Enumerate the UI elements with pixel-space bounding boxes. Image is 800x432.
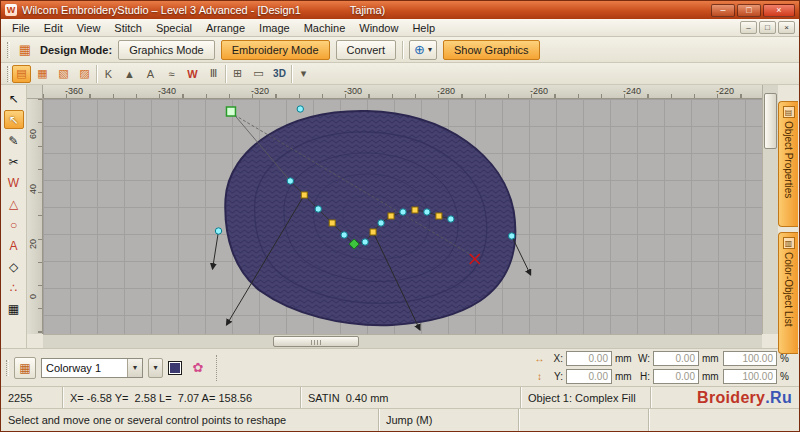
height-field[interactable]: 0.00 [653,369,699,384]
minimize-button[interactable]: – [711,4,735,17]
current-thread-swatch[interactable] [168,361,182,375]
workspace: ↖ ↖ ✎ ✂ W △ ○ A ◇ ∴ ▦ -360 -340 -320 -30… [1,85,799,349]
y-position-field[interactable]: 0.00 [566,369,612,384]
window-title-machine: Tajima) [350,4,385,16]
window-controls: – □ × [711,4,795,17]
w-unit-label: mm [702,353,720,364]
tab-color-object-list[interactable]: ▥ Color-Object List [778,232,798,354]
scale-y-percent-label: % [780,371,790,382]
toolbar-grip[interactable] [7,66,10,82]
ruler-ticks [43,94,762,98]
applique-icon[interactable]: A [141,65,160,83]
scale-x-percent-label: % [780,353,790,364]
menu-special[interactable]: Special [149,21,199,35]
embroidery-mode-button[interactable]: Embroidery Mode [221,40,330,60]
outline-design-tool[interactable]: ◇ [4,257,24,276]
toolbar-grip[interactable] [7,42,10,58]
shape-ellipse-tool[interactable]: ○ [4,215,24,234]
close-button[interactable]: × [763,4,795,17]
toolbar-separator [216,355,217,381]
toolbox: ↖ ↖ ✎ ✂ W △ ○ A ◇ ∴ ▦ [1,85,27,348]
stitch-edit-tool[interactable]: ✎ [4,131,24,150]
travel-mode-indicator: Jump (M) [379,409,519,431]
shape-triangle-tool[interactable]: △ [4,194,24,213]
reshape-node [297,106,303,112]
design-canvas[interactable] [43,99,762,334]
x-position-field[interactable]: 0.00 [566,351,612,366]
horizontal-scrollbar[interactable] [43,334,762,348]
design-canvas-svg[interactable] [43,99,762,334]
menu-machine[interactable]: Machine [297,21,353,35]
graphics-mode-button[interactable]: Graphics Mode [118,40,215,60]
next-colorway-button[interactable]: ▾ [148,358,163,378]
menu-view[interactable]: View [70,21,108,35]
menu-help[interactable]: Help [405,21,442,35]
tab-object-properties[interactable]: ▤ Object Properties [778,101,798,227]
wave-fill-icon[interactable]: ≈ [162,65,181,83]
menu-image[interactable]: Image [252,21,297,35]
mdi-restore-button[interactable]: □ [759,21,776,34]
scale-x-field[interactable]: 100.00 [723,351,777,366]
vertical-scrollbar[interactable] [762,85,778,334]
status-empty-segment [649,409,799,431]
reshape-node [370,229,376,235]
w-stitch-icon[interactable]: W [183,65,202,83]
fancy-fill-icon[interactable]: K [99,65,118,83]
colorway-select[interactable]: Colorway 1 ▾ [41,358,143,378]
column-stitch-icon[interactable]: Ⅲ [204,65,223,83]
penetration-points-tool[interactable]: ∴ [4,278,24,297]
menu-window[interactable]: Window [352,21,405,35]
position-x-icon: ↔ [533,352,546,365]
ruler-ticks [38,99,42,334]
mdi-close-button[interactable]: × [778,21,795,34]
reshape-node [287,178,293,184]
contour-fill-icon[interactable]: ▲ [120,65,139,83]
toolbar-grip[interactable] [6,360,9,376]
brand-watermark-right: .Ru [765,389,792,407]
grid-settings-tool[interactable]: ▦ [4,299,24,318]
toolbar-separator [225,65,226,83]
menu-file[interactable]: File [5,21,37,35]
transform-row-y: ↕ Y: 0.00 mm H: 0.00 mm 100.00 % [533,369,790,385]
transform-panel: ↔ X: 0.00 mm W: 0.00 mm 100.00 % ↕ Y: 0.… [533,351,790,385]
menu-stitch[interactable]: Stitch [107,21,149,35]
thread-colors-icon[interactable]: ✿ [187,357,209,379]
convert-button[interactable]: Convert [336,40,397,60]
stitch-toolbar: ▤ ▦ ▧ ▨ K ▲ A ≈ W Ⅲ ⊞ ▭ 3D ▾ [1,63,799,85]
colorway-editor-button[interactable]: ▦ [14,357,36,379]
fill-pattern-icon[interactable]: ▤ [12,65,31,83]
maximize-button[interactable]: □ [737,4,761,17]
measure-tool-icon[interactable]: ▭ [249,65,268,83]
select-tool[interactable]: ↖ [4,89,24,108]
show-graphics-toggle[interactable]: Show Graphics [443,40,540,60]
docked-panel-tabs: ▤ Object Properties ▥ Color-Object List [778,101,799,354]
grid-toggle-icon[interactable]: ⊞ [228,65,247,83]
hoop-globe-button[interactable]: ⊕ ▾ [409,40,437,60]
y-label: Y: [549,371,563,382]
chevron-down-icon[interactable]: ▾ [127,359,142,377]
vertical-scrollbar-thumb[interactable] [764,93,777,149]
ruler-label: 20 [28,239,38,249]
motif-fill-icon[interactable]: ▨ [75,65,94,83]
monogram-tool[interactable]: A [4,236,24,255]
brand-watermark: Broidery.Ru [651,387,799,408]
overflow-chevron-icon[interactable]: ▾ [294,65,313,83]
scale-y-field[interactable]: 100.00 [723,369,777,384]
reshape-tool[interactable]: ↖ [4,110,24,129]
reshape-node [400,209,406,215]
reshape-node [215,228,221,234]
menu-bar: File Edit View Stitch Special Arrange Im… [1,19,799,37]
mdi-minimize-button[interactable]: – [740,21,757,34]
menu-arrange[interactable]: Arrange [199,21,252,35]
lettering-tool[interactable]: W [4,173,24,192]
horizontal-scrollbar-thumb[interactable] [273,336,359,347]
knife-tool[interactable]: ✂ [4,152,24,171]
color-object-list-icon: ▥ [783,237,795,249]
tatami-fill-icon[interactable]: ▦ [33,65,52,83]
satin-fill-icon[interactable]: ▧ [54,65,73,83]
embroidery-object[interactable] [225,111,515,325]
width-field[interactable]: 0.00 [653,351,699,366]
menu-edit[interactable]: Edit [37,21,70,35]
selected-object-info: Object 1: Complex Fill [521,387,651,408]
threed-view-toggle[interactable]: 3D [270,65,289,83]
